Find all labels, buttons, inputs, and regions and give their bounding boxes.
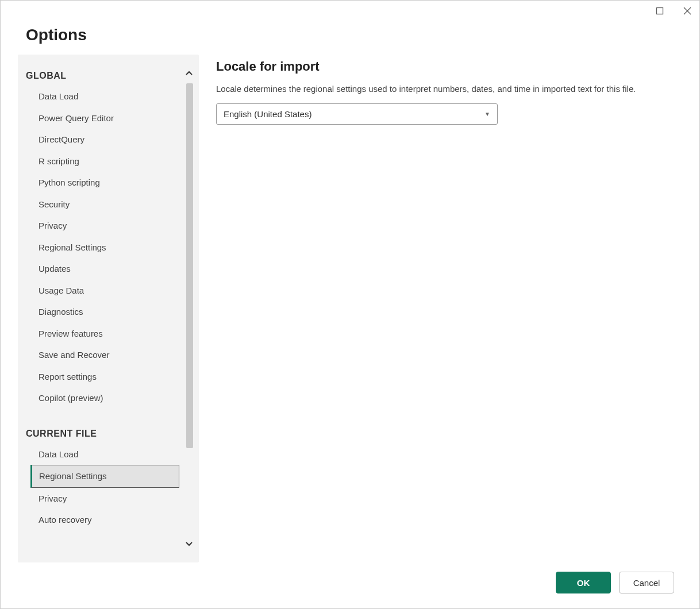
nav-item-current-privacy[interactable]: Privacy: [32, 488, 179, 510]
content-heading: Locale for import: [216, 59, 671, 74]
dialog-footer: OK Cancel: [1, 562, 699, 608]
nav-item-directquery[interactable]: DirectQuery: [32, 129, 179, 151]
scroll-up-button[interactable]: [183, 67, 195, 80]
nav-item-regional-settings-global[interactable]: Regional Settings: [32, 237, 179, 259]
chevron-down-icon: [184, 539, 194, 548]
titlebar: [1, 1, 699, 21]
nav-item-r-scripting[interactable]: R scripting: [32, 151, 179, 172]
svg-rect-0: [657, 8, 663, 14]
locale-dropdown[interactable]: English (United States) ▼: [216, 103, 498, 125]
options-dialog: Options GLOBAL Data Load Power Query Edi…: [0, 0, 700, 609]
locale-selected-value: English (United States): [224, 109, 311, 119]
sidebar: GLOBAL Data Load Power Query Editor Dire…: [18, 55, 199, 562]
content-description: Locale determines the regional settings …: [216, 82, 641, 95]
nav-item-security[interactable]: Security: [32, 194, 179, 215]
nav-item-preview-features[interactable]: Preview features: [32, 323, 179, 345]
scrollbar-thumb[interactable]: [186, 83, 193, 448]
chevron-up-icon: [184, 69, 194, 78]
close-icon: [683, 7, 691, 15]
scroll-down-button[interactable]: [183, 537, 195, 550]
dialog-title: Options: [26, 26, 674, 44]
nav-item-save-and-recover[interactable]: Save and Recover: [32, 344, 179, 366]
close-button[interactable]: [679, 3, 696, 19]
nav-item-privacy[interactable]: Privacy: [32, 215, 179, 237]
nav-item-diagnostics[interactable]: Diagnostics: [32, 301, 179, 323]
dialog-header: Options: [1, 21, 699, 55]
nav-item-python-scripting[interactable]: Python scripting: [32, 172, 179, 194]
section-gap: [26, 409, 179, 425]
section-header-global: GLOBAL: [26, 67, 179, 86]
cancel-button[interactable]: Cancel: [619, 572, 674, 593]
dropdown-arrow-icon: ▼: [484, 111, 490, 117]
nav-item-usage-data[interactable]: Usage Data: [32, 280, 179, 302]
maximize-icon: [656, 7, 664, 15]
scrollbar-track[interactable]: [186, 83, 193, 534]
section-header-current-file: CURRENT FILE: [26, 425, 179, 444]
nav-item-power-query-editor[interactable]: Power Query Editor: [32, 107, 179, 129]
dialog-body: GLOBAL Data Load Power Query Editor Dire…: [1, 55, 699, 562]
nav-item-current-regional-settings[interactable]: Regional Settings: [30, 465, 179, 488]
nav-item-copilot-preview[interactable]: Copilot (preview): [32, 387, 179, 409]
ok-button[interactable]: OK: [556, 572, 611, 593]
content-pane: Locale for import Locale determines the …: [216, 55, 682, 562]
nav-item-updates[interactable]: Updates: [32, 258, 179, 280]
nav-item-report-settings[interactable]: Report settings: [32, 366, 179, 388]
nav-item-data-load[interactable]: Data Load: [32, 86, 179, 107]
nav-item-current-data-load[interactable]: Data Load: [32, 444, 179, 465]
sidebar-content: GLOBAL Data Load Power Query Editor Dire…: [18, 55, 199, 544]
maximize-button[interactable]: [651, 3, 668, 19]
nav-item-current-auto-recovery[interactable]: Auto recovery: [32, 509, 179, 531]
